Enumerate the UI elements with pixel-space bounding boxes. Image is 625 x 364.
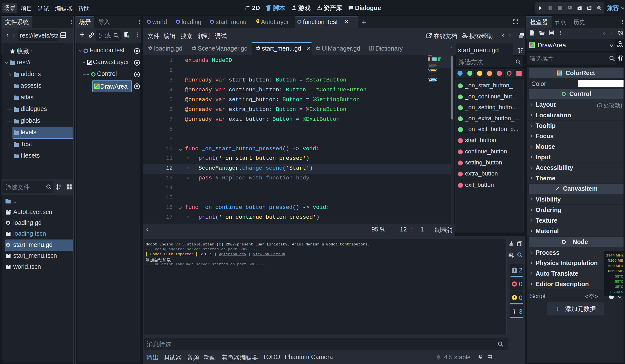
svg-text:DOC: DOC: [370, 49, 374, 51]
svg-text:DOC: DOC: [617, 44, 623, 47]
svg-text:DOC: DOC: [462, 36, 468, 39]
